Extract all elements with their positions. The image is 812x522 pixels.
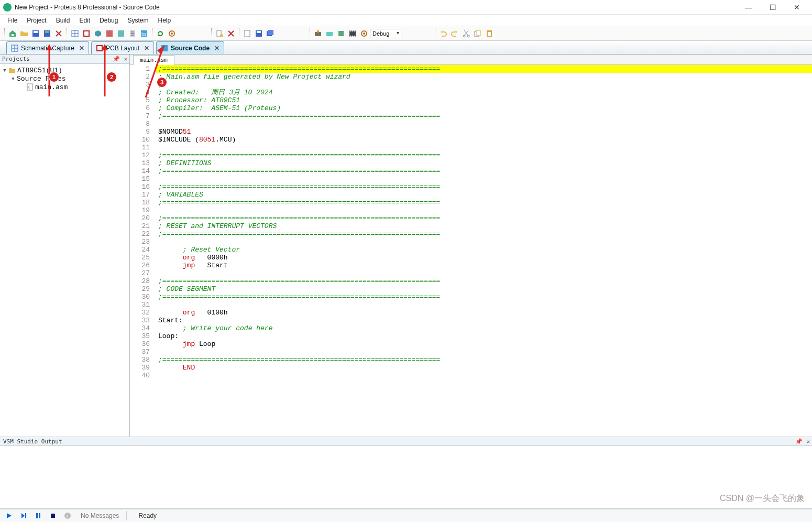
code-text[interactable]: jmp Loop (156, 340, 812, 348)
code-line[interactable]: 40 (130, 372, 812, 379)
save-project-icon[interactable] (42, 28, 52, 39)
code-line[interactable]: 15 (130, 175, 812, 183)
code-text[interactable]: jmp Start (156, 262, 812, 269)
design-explorer-icon[interactable] (116, 28, 126, 39)
stop-button[interactable] (47, 511, 59, 520)
tab-pcb-layout[interactable]: PCB Layout ✕ (91, 41, 154, 54)
code-line[interactable]: 12;=====================================… (130, 151, 812, 159)
menu-debug[interactable]: Debug (95, 16, 122, 25)
code-line[interactable]: 9$NOMOD51 (130, 128, 812, 136)
code-text[interactable]: org 0000h (156, 254, 812, 262)
code-line[interactable]: 29; CODE SEGMENT (130, 285, 812, 293)
project-tree[interactable]: ▾ AT89C51(U1) ▾ Source Files A main.asm (0, 64, 129, 437)
open-icon[interactable] (19, 28, 29, 39)
code-text[interactable] (156, 238, 812, 246)
code-text[interactable]: ; DEFINITIONS (156, 159, 812, 167)
code-text[interactable]: ; Compiler: ASEM-51 (Proteus) (156, 104, 812, 112)
copy-icon[interactable] (473, 28, 483, 39)
code-line[interactable]: 17; VARIABLES (130, 191, 812, 199)
code-line[interactable]: 33Start: (130, 317, 812, 324)
code-text[interactable]: org 0100h (156, 309, 812, 317)
undo-icon[interactable] (438, 28, 448, 39)
panel-close-icon[interactable]: ✕ (124, 56, 127, 62)
pin-icon[interactable]: 📌 (113, 56, 120, 62)
code-text[interactable]: ;=======================================… (156, 230, 812, 238)
code-line[interactable]: 34 ; Write your code here (130, 324, 812, 332)
menu-edit[interactable]: Edit (75, 16, 94, 25)
stop-build-icon[interactable] (336, 28, 346, 39)
code-line[interactable]: 10$INCLUDE (8051.MCU) (130, 136, 812, 144)
code-line[interactable]: 23 (130, 238, 812, 246)
page-icon[interactable] (242, 28, 253, 39)
rebuild-icon[interactable] (324, 28, 335, 39)
redo-icon[interactable] (449, 28, 460, 39)
source-code-module-icon[interactable]: bsl (139, 28, 149, 39)
menu-project[interactable]: Project (23, 16, 50, 25)
code-text[interactable]: ; CODE SEGMENT (156, 285, 812, 293)
new-file-icon[interactable] (214, 28, 225, 39)
tab-close-icon[interactable]: ✕ (212, 45, 220, 52)
code-text[interactable]: ;=======================================… (156, 65, 812, 73)
maximize-button[interactable]: ☐ (761, 0, 785, 15)
menu-file[interactable]: File (3, 16, 21, 25)
code-scroll-area[interactable]: 1;======================================… (130, 65, 812, 437)
code-line[interactable]: 24 ; Reset Vector (130, 246, 812, 254)
code-line[interactable]: 38;=====================================… (130, 356, 812, 364)
paste-icon[interactable] (484, 28, 495, 39)
code-text[interactable]: ;=======================================… (156, 151, 812, 159)
code-text[interactable]: ; Write your code here (156, 324, 812, 332)
code-text[interactable]: ;=======================================… (156, 293, 812, 301)
code-line[interactable]: 20;=====================================… (130, 214, 812, 222)
minimize-button[interactable]: — (737, 0, 761, 15)
code-line[interactable]: 27 (130, 269, 812, 277)
pcb-module-icon[interactable] (81, 28, 92, 39)
refresh-icon[interactable] (155, 28, 166, 39)
build-icon[interactable] (313, 28, 323, 39)
bom-icon[interactable] (127, 28, 138, 39)
code-text[interactable] (156, 144, 812, 151)
code-text[interactable] (156, 269, 812, 277)
code-line[interactable]: 5; Processor: AT89C51 (130, 96, 812, 104)
code-line[interactable]: 32 org 0100h (130, 309, 812, 317)
schematic-module-icon[interactable] (70, 28, 80, 39)
code-text[interactable] (156, 372, 812, 379)
build-config-dropdown[interactable]: Debug (370, 29, 401, 38)
code-line[interactable]: 8 (130, 120, 812, 128)
firmware-icon[interactable] (347, 28, 358, 39)
menu-help[interactable]: Help (153, 16, 175, 25)
code-text[interactable]: $INCLUDE (8051.MCU) (156, 136, 812, 144)
delete-icon[interactable] (226, 28, 236, 39)
close-file-icon[interactable] (53, 28, 64, 39)
code-text[interactable]: END (156, 364, 812, 372)
code-line[interactable]: 35Loop: (130, 332, 812, 340)
code-text[interactable]: ; Processor: AT89C51 (156, 96, 812, 104)
code-text[interactable]: Start: (156, 317, 812, 324)
pin-icon[interactable]: 📌 (795, 438, 803, 445)
tree-file[interactable]: A main.asm (1, 83, 128, 91)
code-line[interactable]: 13; DEFINITIONS (130, 159, 812, 167)
code-text[interactable]: Loop: (156, 332, 812, 340)
save-icon[interactable] (30, 28, 41, 39)
code-line[interactable]: 1;======================================… (130, 65, 812, 73)
tab-schematic-capture[interactable]: Schematic Capture ✕ (6, 41, 89, 54)
code-line[interactable]: 30;=====================================… (130, 293, 812, 301)
code-line[interactable]: 18;=====================================… (130, 199, 812, 206)
info-icon[interactable]: i (62, 511, 73, 520)
run-button[interactable] (3, 511, 15, 520)
code-line[interactable]: 21; RESET and INTERRUPT VECTORS (130, 222, 812, 230)
gerber-icon[interactable] (104, 28, 115, 39)
code-line[interactable]: 26 jmp Start (130, 262, 812, 269)
save-file-icon[interactable] (254, 28, 264, 39)
code-text[interactable]: ;=======================================… (156, 356, 812, 364)
tab-close-icon[interactable]: ✕ (77, 45, 84, 52)
tab-close-icon[interactable]: ✕ (142, 45, 149, 52)
code-text[interactable]: $NOMOD51 (156, 128, 812, 136)
code-text[interactable]: ; RESET and INTERRUPT VECTORS (156, 222, 812, 230)
output-panel-body[interactable] (0, 446, 812, 509)
code-line[interactable]: 39 END (130, 364, 812, 372)
panel-close-icon[interactable]: ✕ (806, 438, 810, 445)
code-line[interactable]: 3; (130, 81, 812, 89)
code-text[interactable]: ;=======================================… (156, 167, 812, 175)
menu-build[interactable]: Build (52, 16, 74, 25)
code-line[interactable]: 25 org 0000h (130, 254, 812, 262)
